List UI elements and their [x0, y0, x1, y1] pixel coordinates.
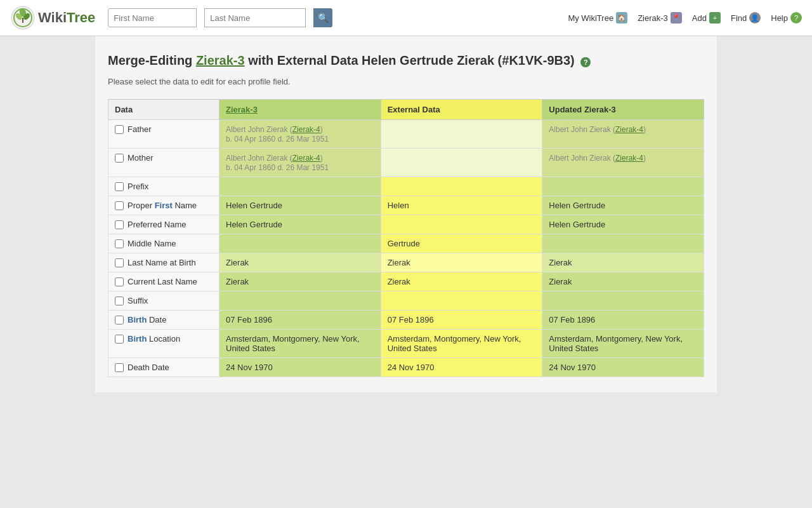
logo-icon: [10, 5, 36, 30]
nav-add-label: Add: [692, 13, 707, 23]
preferred-checkbox[interactable]: [115, 220, 124, 229]
table-row: Last Name at Birth Zierak Zierak Zierak: [108, 253, 704, 272]
search-icon: 🔍: [318, 13, 329, 23]
td-mother-label: Mother: [108, 149, 219, 177]
mother-updated-name: Albert John Zierak (Zierak-4): [549, 154, 646, 163]
td-current-last-external: Zierak: [381, 272, 542, 291]
last-birth-label-text: Last Name at Birth: [128, 258, 196, 267]
current-last-checkbox[interactable]: [115, 277, 124, 286]
th-updated: Updated Zierak-3: [542, 100, 704, 120]
td-prefix-zierak: [219, 177, 381, 196]
th-zierak-link[interactable]: Zierak-3: [226, 105, 258, 114]
nav-my-wikitree-label: My WikiTree: [568, 13, 613, 23]
td-proper-first-zierak: Helen Gertrude: [219, 196, 381, 215]
td-preferred-label: Preferred Name: [108, 215, 219, 234]
help-icon: ?: [790, 12, 802, 23]
father-updated-link[interactable]: Zierak-4: [615, 125, 643, 134]
logo-wiki: Wiki: [38, 10, 67, 25]
nav-help[interactable]: Help ?: [771, 12, 802, 23]
proper-first-label-text: Proper First Name: [128, 201, 197, 210]
table-row: Birth Date 07 Feb 1896 07 Feb 1896 07 Fe…: [108, 311, 704, 330]
table-row: Father Albert John Zierak (Zierak-4) b. …: [108, 120, 704, 149]
table-row: Prefix: [108, 177, 704, 196]
td-birth-date-external: 07 Feb 1896: [381, 311, 542, 330]
proper-first-checkbox[interactable]: [115, 201, 124, 210]
td-middle-external: Gertrude: [381, 234, 542, 253]
td-middle-label: Middle Name: [108, 234, 219, 253]
nav-zierak3[interactable]: Zierak-3 📍: [638, 12, 682, 23]
th-zierak: Zierak-3: [219, 100, 381, 120]
td-birth-date-label: Birth Date: [108, 311, 219, 330]
page-title: Merge-Editing Zierak-3 with External Dat…: [108, 51, 704, 69]
death-date-checkbox[interactable]: [115, 363, 124, 372]
last-name-input[interactable]: [204, 8, 306, 27]
nav-add[interactable]: Add +: [692, 12, 721, 23]
td-suffix-external: [381, 291, 542, 311]
td-last-birth-zierak: Zierak: [219, 253, 381, 272]
nav-my-wikitree[interactable]: My WikiTree 🏠: [568, 12, 627, 23]
th-data: Data: [108, 100, 219, 120]
td-mother-zierak: Albert John Zierak (Zierak-4) b. 04 Apr …: [219, 149, 381, 177]
td-current-last-label: Current Last Name: [108, 272, 219, 291]
td-suffix-zierak: [219, 291, 381, 311]
logo: WikiTree: [10, 5, 95, 30]
table-body: Father Albert John Zierak (Zierak-4) b. …: [108, 120, 704, 377]
td-suffix-updated: [542, 291, 704, 311]
table-row: Mother Albert John Zierak (Zierak-4) b. …: [108, 149, 704, 177]
help-inline-icon[interactable]: ?: [580, 57, 591, 67]
title-link[interactable]: Zierak-3: [196, 53, 245, 67]
td-birth-loc-updated: Amsterdam, Montgomery, New York, United …: [542, 330, 704, 358]
suffix-checkbox[interactable]: [115, 297, 124, 305]
td-birth-date-zierak: 07 Feb 1896: [219, 311, 381, 330]
header: WikiTree 🔍 My WikiTree 🏠 Zierak-3 📍 Add …: [0, 0, 812, 36]
td-middle-updated: [542, 234, 704, 253]
nav-zierak3-label: Zierak-3: [638, 13, 668, 23]
father-checkbox[interactable]: [115, 125, 124, 134]
table-row: Suffix: [108, 291, 704, 311]
td-last-birth-label: Last Name at Birth: [108, 253, 219, 272]
father-label-text: Father: [128, 124, 152, 134]
last-birth-checkbox[interactable]: [115, 258, 124, 267]
add-icon: +: [709, 12, 721, 23]
prefix-checkbox[interactable]: [115, 182, 124, 191]
mother-updated-link[interactable]: Zierak-4: [615, 154, 643, 163]
mother-zierak-name: Albert John Zierak (Zierak-4): [226, 154, 323, 163]
td-death-date-external: 24 Nov 1970: [381, 358, 542, 377]
mother-zierak-link[interactable]: Zierak-4: [292, 154, 320, 163]
table-row: Birth Location Amsterdam, Montgomery, Ne…: [108, 330, 704, 358]
middle-checkbox[interactable]: [115, 239, 124, 248]
td-death-date-updated: 24 Nov 1970: [542, 358, 704, 377]
td-birth-loc-label: Birth Location: [108, 330, 219, 358]
main-content: Merge-Editing Zierak-3 with External Dat…: [95, 36, 717, 392]
th-external: External Data: [381, 100, 542, 120]
td-birth-loc-zierak: Amsterdam, Montgomery, New York, United …: [219, 330, 381, 358]
father-zierak-link[interactable]: Zierak-4: [292, 125, 320, 134]
mother-checkbox[interactable]: [115, 154, 124, 163]
find-icon: 👤: [749, 12, 761, 23]
td-preferred-external: [381, 215, 542, 234]
logo-text: WikiTree: [38, 10, 95, 26]
td-mother-updated: Albert John Zierak (Zierak-4): [542, 149, 704, 177]
logo-tree-text: Tree: [67, 10, 95, 25]
search-button[interactable]: 🔍: [313, 8, 332, 27]
first-name-input[interactable]: [108, 8, 197, 27]
father-zierak-name: Albert John Zierak (Zierak-4): [226, 125, 323, 134]
table-row: Middle Name Gertrude: [108, 234, 704, 253]
td-father-external: [381, 120, 542, 149]
table-row: Proper First Name Helen Gertrude Helen H…: [108, 196, 704, 215]
suffix-label-text: Suffix: [128, 296, 148, 305]
title-suffix: with External Data Helen Gertrude Zierak…: [245, 53, 575, 67]
td-last-birth-external: Zierak: [381, 253, 542, 272]
td-father-label: Father: [108, 120, 219, 149]
td-prefix-label: Prefix: [108, 177, 219, 196]
birth-loc-checkbox[interactable]: [115, 335, 124, 344]
td-preferred-zierak: Helen Gertrude: [219, 215, 381, 234]
birth-date-checkbox[interactable]: [115, 316, 124, 324]
table-header-row: Data Zierak-3 External Data Updated Zier…: [108, 100, 704, 120]
nav-help-label: Help: [771, 13, 788, 23]
title-prefix: Merge-Editing: [108, 53, 196, 67]
home-icon: 🏠: [616, 12, 627, 23]
td-birth-date-updated: 07 Feb 1896: [542, 311, 704, 330]
nav-find[interactable]: Find 👤: [731, 12, 761, 23]
td-proper-first-label: Proper First Name: [108, 196, 219, 215]
